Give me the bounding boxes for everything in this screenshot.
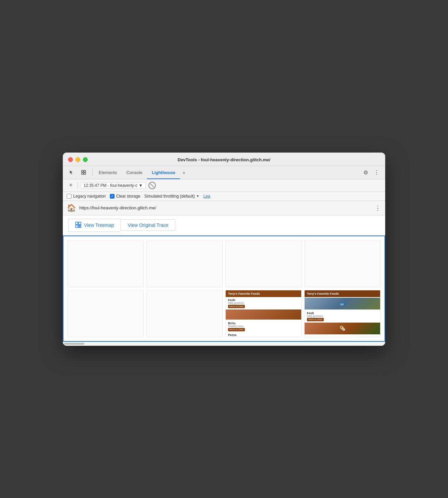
throttling-label: Simulated throttling (default) [144,194,195,199]
tab-actions: ⚙ ⋮ [361,168,381,177]
settings-row: Legacy navigation ✓ Clear storage Simula… [63,192,385,201]
legacy-navigation-item[interactable]: Legacy navigation [67,194,106,199]
clear-storage-checkbox[interactable]: ✓ [110,194,115,199]
scroll-area [63,342,385,346]
scroll-bar[interactable] [64,343,84,345]
lighthouse-logo-icon: 🏠 [67,204,76,212]
food-card-2-header: Tony's Favorite Foods [305,290,380,297]
url-bar-divider [78,182,78,189]
session-pill[interactable]: 12:35:47 PM - foul-heavenly-c ▼ [81,182,146,189]
svg-rect-3 [84,173,86,174]
legacy-navigation-label: Legacy navigation [73,194,106,199]
pros-cons-btn-2[interactable]: PROS & CONS [228,328,245,331]
food-item-fesh-2: Fesh Salty goodness PROS & CONS [305,310,380,322]
no-symbol-icon[interactable] [148,182,156,189]
screenshot-grid: Tony's Favorite Foods Fesh Salty goodnes… [68,240,380,337]
inspect-icon[interactable] [79,168,88,177]
maximize-button[interactable] [83,157,88,162]
food-item-pezza-1: Pezza [226,332,301,337]
minimize-button[interactable] [76,157,80,162]
url-bar-row: + 12:35:47 PM - foul-heavenly-c ▼ [63,179,385,192]
more-options-icon[interactable]: ⋮ [372,168,381,177]
session-timestamp: 12:35:47 PM - foul-heavenly-c [84,183,137,188]
main-content-area: Tony's Favorite Foods Fesh Salty goodnes… [63,236,385,342]
cursor-icon[interactable] [67,168,76,177]
food-image-fish: 🐟 [305,298,380,309]
svg-rect-7 [79,225,80,227]
view-original-trace-label: View Original Trace [128,222,168,228]
traffic-lights [68,157,88,162]
svg-rect-1 [84,170,86,172]
clear-storage-label: Clear storage [116,194,140,199]
close-button[interactable] [68,157,73,162]
action-buttons-row: View Treemap View Original Trace [63,215,385,236]
screenshot-cell-3 [225,240,302,287]
svg-rect-6 [76,225,78,227]
devtools-tabbar: Elements Console Lighthouse » ⚙ ⋮ [63,166,385,179]
svg-rect-5 [79,222,81,224]
tab-divider [92,169,93,176]
svg-rect-8 [80,225,81,227]
page-url-row: 🏠 https://foul-heavenly-direction.glitch… [63,201,385,215]
add-session-button[interactable]: + [67,181,75,190]
screenshot-cell-6 [146,290,223,337]
svg-rect-4 [76,222,78,224]
svg-rect-0 [82,170,83,172]
titlebar: DevTools - foul-heavenly-direction.glitc… [63,153,385,166]
tab-overflow-button[interactable]: » [180,166,188,179]
tab-elements[interactable]: Elements [94,166,122,179]
svg-rect-2 [82,173,83,174]
screenshot-cell-1 [68,240,144,287]
food-image-1 [226,309,301,320]
tab-console[interactable]: Console [122,166,147,179]
screenshot-cell-8: Tony's Favorite Foods 🐟 Fesh Salty goodn… [304,290,380,337]
throttling-item[interactable]: Simulated throttling (default) ▼ [144,194,199,199]
food-item-fesh-1: Fesh Salty goodness PROS & CONS [226,297,301,309]
page-url-text: https://foul-heavenly-direction.glitch.m… [79,205,371,210]
throttling-arrow-icon: ▼ [196,194,199,198]
session-arrow: ▼ [139,183,143,188]
view-treemap-button[interactable]: View Treemap [68,219,121,232]
food-item-brrto-1: Brrto Portable noms PROS & CONS [226,320,301,332]
screenshot-cell-7: Tony's Favorite Foods Fesh Salty goodnes… [225,290,302,337]
food-image-burrito: 🌯 [305,323,380,334]
page-more-button[interactable]: ⋮ [375,204,381,212]
view-treemap-label: View Treemap [84,222,114,228]
tab-lighthouse[interactable]: Lighthouse [147,166,180,179]
food-card-2: Tony's Favorite Foods 🐟 Fesh Salty goodn… [305,290,380,337]
pros-cons-btn-1[interactable]: PROS & CONS [228,305,245,308]
food-item-brrto-2: Brrto Portable noms [305,335,380,337]
settings-icon[interactable]: ⚙ [361,168,370,177]
view-original-trace-button[interactable]: View Original Trace [121,219,175,231]
treemap-icon [75,222,81,229]
screenshot-cell-5 [68,290,144,337]
screenshot-cell-2 [146,240,223,287]
window-title: DevTools - foul-heavenly-direction.glitc… [178,157,270,162]
tab-icon-group [67,168,88,177]
legacy-navigation-checkbox[interactable] [67,194,72,199]
screenshot-cell-4 [304,240,380,287]
food-card-1: Tony's Favorite Foods Fesh Salty goodnes… [226,290,301,337]
food-card-1-header: Tony's Favorite Foods [226,290,301,297]
pros-cons-btn-3[interactable]: PROS & CONS [307,318,324,321]
learn-link[interactable]: Lea [204,194,210,199]
devtools-window: DevTools - foul-heavenly-direction.glitc… [63,153,385,346]
clear-storage-item[interactable]: ✓ Clear storage [110,194,140,199]
